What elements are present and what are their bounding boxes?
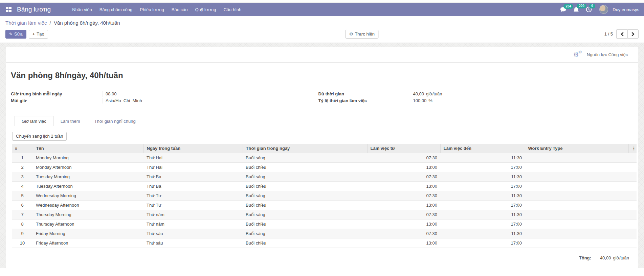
cell-name[interactable]: Tuesday Afternoon [33, 182, 143, 191]
cell-work-to[interactable]: 11:30 [440, 191, 525, 201]
cell-work-from[interactable]: 07:30 [367, 191, 440, 201]
column-header-index[interactable]: # [12, 144, 33, 153]
table-row[interactable]: 7 Thursday Morning Thứ năm Buổi sáng 07:… [12, 210, 637, 220]
pager-next-button[interactable] [627, 29, 639, 39]
cell-work-entry-type[interactable] [525, 191, 628, 201]
table-row[interactable]: 4 Tuesday Afternoon Thứ Ba Buổi chiều 13… [12, 182, 637, 191]
cell-work-from[interactable]: 13:00 [367, 201, 440, 210]
cell-day[interactable]: Thứ Hai [143, 153, 243, 163]
table-row[interactable]: 10 Friday Afternoon Thứ sáu Buổi chiều 1… [12, 238, 637, 248]
table-row[interactable]: 1 Monday Morning Thứ Hai Buổi sáng 07:30… [12, 153, 637, 163]
cell-day[interactable]: Thứ Ba [143, 182, 243, 191]
avg-hours-value[interactable]: 08:00 [103, 91, 302, 97]
cell-day-period[interactable]: Buổi chiều [243, 182, 367, 191]
tab-0[interactable]: Giờ làm việc [15, 116, 53, 126]
cell-day[interactable]: Thứ sáu [143, 238, 243, 248]
cell-day[interactable]: Thứ Hai [143, 163, 243, 172]
action-button[interactable]: ⚙ Thực hiện [346, 30, 378, 39]
cell-work-entry-type[interactable] [525, 182, 628, 191]
cell-work-to[interactable]: 17:00 [440, 220, 525, 229]
cell-work-from[interactable]: 07:30 [367, 153, 440, 163]
apps-menu-icon[interactable] [6, 7, 12, 12]
table-row[interactable]: 3 Tuesday Morning Thứ Ba Buổi sáng 07:30… [12, 172, 637, 182]
nav-menu-item-1[interactable]: Bảng chấm công [96, 3, 136, 16]
table-row[interactable]: 8 Thursday Afternoon Thứ năm Buổi chiều … [12, 220, 637, 229]
table-row[interactable]: 5 Wednesday Morning Thứ Tư Buổi sáng 07:… [12, 191, 637, 201]
cell-work-entry-type[interactable] [525, 210, 628, 220]
cell-day[interactable]: Thứ Tư [143, 191, 243, 201]
switch-two-week-calendar-button[interactable]: Chuyển sang lịch 2 tuần [12, 132, 67, 141]
nav-menu-item-4[interactable]: Quỹ lương [191, 3, 220, 16]
cell-day-period[interactable]: Buổi sáng [243, 172, 367, 182]
cell-work-entry-type[interactable] [525, 163, 628, 172]
cell-day-period[interactable]: Buổi sáng [243, 210, 367, 220]
column-header-name[interactable]: Tên [33, 144, 143, 153]
nav-menu-item-0[interactable]: Nhân viên [68, 3, 96, 16]
work-resources-stat-button[interactable]: ⚙⚙ Nguồn lực Công việc [563, 47, 638, 62]
column-header-work-entry-type[interactable]: Work Entry Type [525, 144, 628, 153]
tab-2[interactable]: Thời gian nghỉ chung [87, 116, 143, 126]
cell-name[interactable]: Thursday Morning [33, 210, 143, 220]
user-avatar[interactable] [599, 5, 608, 14]
nav-menu-item-2[interactable]: Phiếu lương [136, 3, 168, 16]
column-header-work-to[interactable]: Làm việc đến [440, 144, 525, 153]
cell-work-from[interactable]: 07:30 [367, 210, 440, 220]
cell-day[interactable]: Thứ năm [143, 210, 243, 220]
cell-work-to[interactable]: 11:30 [440, 172, 525, 182]
cell-work-entry-type[interactable] [525, 229, 628, 238]
cell-day-period[interactable]: Buổi chiều [243, 220, 367, 229]
table-row[interactable]: 6 Wednesday Afternoon Thứ Tư Buổi chiều … [12, 201, 637, 210]
create-button[interactable]: + Tạo [29, 30, 48, 39]
column-header-work-from[interactable]: Làm việc từ [367, 144, 440, 153]
notifications-button[interactable]: 229 [572, 5, 582, 14]
cell-day-period[interactable]: Buổi sáng [243, 229, 367, 238]
cell-day-period[interactable]: Buổi chiều [243, 238, 367, 248]
column-header-day-period[interactable]: Thời gian trong ngày [243, 144, 367, 153]
cell-day[interactable]: Thứ năm [143, 220, 243, 229]
cell-name[interactable]: Wednesday Afternoon [33, 201, 143, 210]
cell-work-entry-type[interactable] [525, 220, 628, 229]
cell-day-period[interactable]: Buổi chiều [243, 163, 367, 172]
optional-columns-icon[interactable]: ⋮ [628, 144, 637, 153]
cell-day[interactable]: Thứ sáu [143, 229, 243, 238]
messages-button[interactable]: 234 [559, 5, 570, 14]
cell-work-to[interactable]: 11:30 [440, 210, 525, 220]
cell-day-period[interactable]: Buổi sáng [243, 153, 367, 163]
cell-work-to[interactable]: 17:00 [440, 182, 525, 191]
cell-day[interactable]: Thứ Ba [143, 172, 243, 182]
cell-name[interactable]: Monday Morning [33, 153, 143, 163]
cell-work-from[interactable]: 13:00 [367, 238, 440, 248]
cell-day[interactable]: Thứ Tư [143, 201, 243, 210]
cell-work-to[interactable]: 17:00 [440, 163, 525, 172]
breadcrumb-parent-link[interactable]: Thời gian làm việc [5, 20, 47, 26]
cell-work-from[interactable]: 13:00 [367, 182, 440, 191]
cell-name[interactable]: Monday Afternoon [33, 163, 143, 172]
table-row[interactable]: 2 Monday Afternoon Thứ Hai Buổi chiều 13… [12, 163, 637, 172]
nav-menu-item-3[interactable]: Báo cáo [168, 3, 192, 16]
edit-button[interactable]: ✎ Sửa [5, 30, 26, 39]
pager-previous-button[interactable] [616, 29, 627, 39]
work-rate-value[interactable]: 100,00% [410, 98, 609, 104]
user-menu[interactable]: Duy enmasys [613, 7, 639, 12]
cell-name[interactable]: Friday Morning [33, 229, 143, 238]
table-row[interactable]: 9 Friday Morning Thứ sáu Buổi sáng 07:30… [12, 229, 637, 238]
cell-name[interactable]: Friday Afternoon [33, 238, 143, 248]
fulltime-value[interactable]: 40,00giờ/tuần [410, 91, 609, 97]
cell-name[interactable]: Tuesday Morning [33, 172, 143, 182]
cell-work-from[interactable]: 13:00 [367, 163, 440, 172]
column-header-day[interactable]: Ngày trong tuần [143, 144, 243, 153]
cell-day-period[interactable]: Buổi sáng [243, 191, 367, 201]
cell-work-entry-type[interactable] [525, 201, 628, 210]
cell-work-from[interactable]: 07:30 [367, 229, 440, 238]
tab-1[interactable]: Làm thêm [53, 116, 87, 126]
activities-button[interactable]: 9 [584, 5, 595, 14]
nav-menu-item-5[interactable]: Cấu hình [220, 3, 245, 16]
cell-work-entry-type[interactable] [525, 172, 628, 182]
cell-work-to[interactable]: 17:00 [440, 238, 525, 248]
cell-work-from[interactable]: 13:00 [367, 220, 440, 229]
cell-work-to[interactable]: 11:30 [440, 153, 525, 163]
cell-day-period[interactable]: Buổi chiều [243, 201, 367, 210]
cell-work-entry-type[interactable] [525, 238, 628, 248]
cell-work-to[interactable]: 17:00 [440, 201, 525, 210]
cell-name[interactable]: Wednesday Morning [33, 191, 143, 201]
